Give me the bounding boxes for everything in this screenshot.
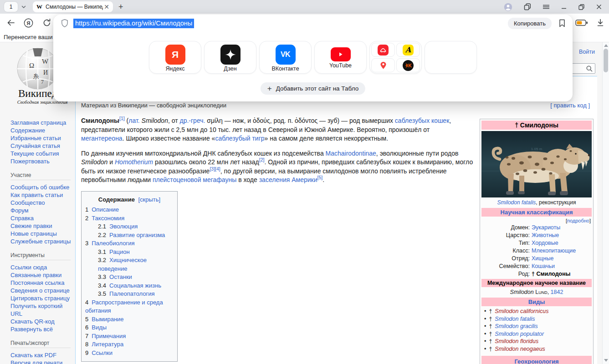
tableau-tile-youtube[interactable]: YouTube (314, 41, 367, 74)
kinopoisk-service-cell[interactable]: K (396, 58, 420, 72)
toc-link[interactable]: Палеобиология (92, 240, 134, 247)
taxi-service-cell[interactable] (371, 43, 395, 57)
scrollbar-thumb[interactable] (604, 49, 608, 72)
toc-link[interactable]: Палеопатология (109, 290, 154, 297)
toc-entry[interactable]: 2.1Эволюция (85, 222, 174, 231)
add-to-tableau-button[interactable]: + Добавить этот сайт на Табло (261, 82, 365, 95)
sidebar-link[interactable]: Скачать QR-код (10, 318, 74, 325)
tabs-chevron-down-icon[interactable] (20, 4, 27, 10)
auto-service-cell[interactable]: A (396, 43, 420, 57)
page-scrollbar[interactable] (602, 42, 609, 364)
toc-entry[interactable]: 1Описание (85, 206, 174, 214)
taxonomy-value-link[interactable]: Млекопитающие (530, 247, 576, 255)
sidebar-link[interactable]: Избранные статьи (10, 134, 74, 142)
species-header-link[interactable]: Виды (481, 298, 592, 306)
taxonomy-value-link[interactable]: Хордовые (530, 239, 558, 247)
inline-link[interactable]: Smilodon fatalis (497, 199, 536, 206)
sidebar-link[interactable]: Сведения о странице (10, 287, 74, 294)
toc-entry[interactable]: 9Ссылки (85, 349, 174, 358)
inline-link[interactable]: мегантереона (81, 135, 123, 142)
species-link[interactable]: Smilodon floridus (495, 338, 538, 344)
new-tab-button[interactable]: + (118, 2, 123, 12)
taxonomy-value-link[interactable]: Эукариоты (530, 224, 560, 232)
inline-link[interactable]: заселения Америки (259, 176, 317, 183)
inline-link[interactable]: 1842 (551, 289, 563, 295)
toc-link[interactable]: Социальная жизнь (109, 282, 161, 289)
sidebar-link[interactable]: Свежие правки (10, 222, 74, 230)
menu-icon[interactable] (542, 4, 550, 10)
inline-link[interactable]: плейстоценовой мегафауны (153, 176, 236, 183)
species-link[interactable]: Smilodon fatalis (495, 316, 535, 322)
toc-entry[interactable]: 3.1Рацион (85, 248, 174, 257)
sidebar-link[interactable]: Связанные правки (10, 271, 74, 279)
active-tab[interactable]: W Смилодоны — Википед ✕ (33, 1, 113, 12)
bookmark-flag-icon[interactable] (558, 19, 566, 28)
edit-source-link[interactable]: [ править код ] (550, 102, 590, 109)
toc-link[interactable]: Примечания (92, 333, 126, 339)
toc-link[interactable]: Литература (92, 341, 123, 348)
toc-link[interactable]: Эволюция (109, 223, 138, 230)
toc-entry[interactable]: 3.3Останки (85, 273, 174, 282)
profile-avatar-icon[interactable] (504, 3, 512, 11)
smilodon-image[interactable]: 1.05 m (481, 131, 592, 197)
tableau-tile-dzen[interactable]: Дзен (204, 41, 256, 74)
sidebar-link[interactable]: Пожертвовать (10, 157, 74, 165)
toc-link[interactable]: Рацион (109, 248, 130, 255)
sidebar-link[interactable]: Заглавная страница (10, 119, 74, 126)
taxonomy-value-link[interactable]: Кошачьи (530, 263, 555, 270)
download-icon[interactable] (596, 18, 604, 27)
close-window-icon[interactable] (596, 4, 602, 10)
sidebar-link[interactable]: Ссылки сюда (10, 263, 74, 271)
sidebar-link[interactable]: Случайная статья (10, 142, 74, 150)
search-icon[interactable] (586, 65, 593, 72)
copy-url-button[interactable]: Копировать (508, 18, 552, 29)
toc-link[interactable]: Распространение и среда обитания (85, 299, 163, 314)
sidebar-link[interactable]: Цитировать страницу (10, 294, 74, 302)
sidebar-link[interactable]: Содержание (10, 126, 74, 134)
details-link[interactable]: [подробно] (481, 217, 592, 224)
toc-link[interactable]: Вымирание (92, 316, 123, 323)
classification-header-link[interactable]: Научная классификация (481, 208, 592, 217)
taxonomy-value-link[interactable]: Хищные (530, 255, 553, 263)
bookmarks-bar-notice[interactable]: Перенесите ваши на (4, 34, 61, 40)
toc-entry[interactable]: 6Виды (85, 324, 174, 332)
sidebar-link[interactable]: Служебные страницы (10, 238, 74, 245)
tab-groups-icon[interactable] (523, 3, 532, 11)
toc-entry[interactable]: 3.2Хищническое поведение (85, 256, 174, 273)
inline-link[interactable]: саблезубый тигр (215, 135, 264, 142)
toc-link[interactable]: Таксономия (92, 215, 124, 222)
inline-link[interactable]: Machairodontinae (326, 150, 376, 157)
tableau-tile-yandex[interactable]: ЯЯндекс (149, 41, 201, 74)
inline-link[interactable]: саблезубых кошек (395, 117, 449, 124)
yandex-services-icon[interactable]: Я (24, 18, 33, 28)
species-link[interactable]: Smilodon populator (495, 331, 544, 337)
inline-link[interactable]: др.-греч. (179, 117, 205, 124)
tab-counter-button[interactable]: 1 (4, 2, 18, 12)
toc-entry[interactable]: 3Палеобиология (85, 239, 174, 248)
protect-shield-icon[interactable] (60, 19, 69, 28)
sidebar-link[interactable]: Сообщество (10, 199, 74, 207)
toc-entry[interactable]: 8Литература (85, 340, 174, 349)
toc-link[interactable]: Останки (109, 273, 132, 280)
back-icon[interactable] (6, 18, 15, 27)
sidebar-link[interactable]: Как править статьи (10, 191, 74, 199)
toc-entry[interactable]: 2Таксономия (85, 214, 174, 223)
tableau-tile-vk[interactable]: VKВКонтакте (259, 41, 312, 74)
toc-entry[interactable]: 2.2Развитие организма (85, 231, 174, 240)
sidebar-link[interactable]: Форум (10, 207, 74, 214)
minimize-window-icon[interactable] (561, 4, 567, 10)
taxonomy-value-link[interactable]: Животные (530, 232, 559, 239)
sidebar-link[interactable]: Текущие события (10, 150, 74, 157)
url-bar[interactable]: https://ru.wikipedia.org/wiki/Смилодоны … (53, 15, 573, 32)
toc-link[interactable]: Развитие организма (109, 232, 165, 238)
tableau-tile-services-group[interactable]: A K (369, 41, 422, 74)
toc-entry[interactable]: 5Вымирание (85, 315, 174, 324)
tab-close-icon[interactable]: ✕ (104, 4, 109, 10)
sidebar-link[interactable]: Сообщить об ошибке (10, 183, 74, 191)
login-link[interactable]: Войти (579, 49, 595, 55)
toc-entry[interactable]: 7Примечания (85, 332, 174, 341)
toc-entry[interactable]: 4Распространение и среда обитания (85, 298, 174, 315)
toc-link[interactable]: Ссылки (92, 349, 113, 356)
species-link[interactable]: Smilodon gracilis (495, 323, 537, 329)
sidebar-link[interactable]: Справка (10, 214, 74, 222)
